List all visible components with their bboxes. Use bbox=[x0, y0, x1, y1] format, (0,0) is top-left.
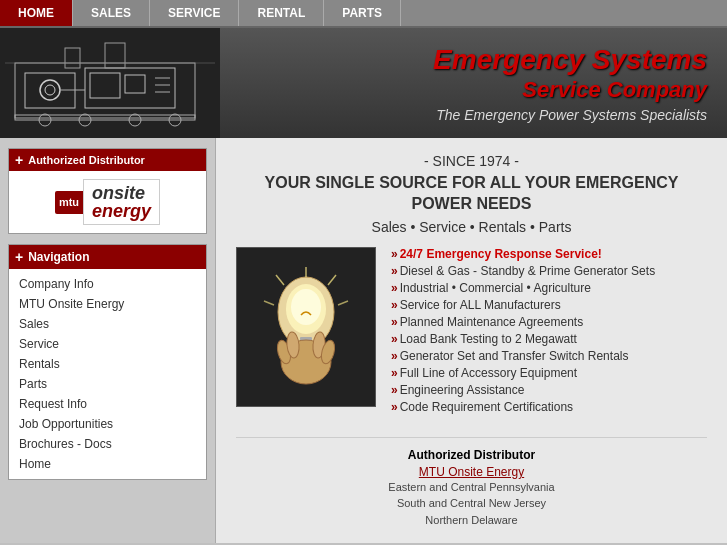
nav-link-home[interactable]: Home bbox=[19, 455, 196, 473]
feature-item: » Service for ALL Manufacturers bbox=[391, 298, 707, 312]
feature-item: » Load Bank Testing to 2 Megawatt bbox=[391, 332, 707, 346]
feature-text: Engineering Assistance bbox=[400, 383, 525, 397]
feature-text: Service for ALL Manufacturers bbox=[400, 298, 561, 312]
svg-rect-7 bbox=[125, 75, 145, 93]
svg-point-4 bbox=[45, 85, 55, 95]
feature-item: » 24/7 Emergency Response Service! bbox=[391, 247, 707, 261]
arrow-icon: » bbox=[391, 366, 398, 380]
arrow-icon: » bbox=[391, 349, 398, 363]
arrow-icon: » bbox=[391, 281, 398, 295]
feature-item: » Industrial • Commercial • Agriculture bbox=[391, 281, 707, 295]
sidebar: + Authorized Distributor mtu onsite ener… bbox=[0, 138, 215, 543]
mtu-logo[interactable]: mtu onsite energy bbox=[55, 179, 160, 225]
arrow-icon: » bbox=[391, 264, 398, 278]
banner-subtitle: The Emergency Power Systems Specialists bbox=[220, 107, 707, 123]
feature-text: Code Requirement Certifications bbox=[400, 400, 573, 414]
nav-links-container: Company InfoMTU Onsite EnergySalesServic… bbox=[9, 269, 206, 479]
nav-header-label: Navigation bbox=[28, 250, 89, 264]
svg-rect-0 bbox=[15, 63, 195, 118]
distributor-box-content: mtu onsite energy bbox=[9, 171, 206, 233]
feature-text: Load Bank Testing to 2 Megawatt bbox=[400, 332, 577, 346]
svg-rect-6 bbox=[90, 73, 120, 98]
nav-link-rentals[interactable]: Rentals bbox=[19, 355, 196, 373]
svg-rect-16 bbox=[65, 48, 80, 68]
feature-item: » Full Line of Accessory Equipment bbox=[391, 366, 707, 380]
top-navigation: HOMESALESSERVICERENTALPARTS bbox=[0, 0, 727, 28]
feature-text: Full Line of Accessory Equipment bbox=[400, 366, 577, 380]
feature-item: » Diesel & Gas - Standby & Prime Generat… bbox=[391, 264, 707, 278]
banner-heading-line1: Emergency Systems bbox=[220, 43, 707, 77]
since-text: - SINCE 1974 - bbox=[236, 153, 707, 169]
onsite-energy-text: onsite energy bbox=[83, 179, 160, 225]
footer-regions: Eastern and Central PennsylvaniaSouth an… bbox=[236, 479, 707, 529]
nav-tab-parts[interactable]: PARTS bbox=[324, 0, 401, 26]
banner-title: Emergency Systems Service Company The Em… bbox=[220, 43, 727, 123]
nav-tab-service[interactable]: SERVICE bbox=[150, 0, 239, 26]
svg-line-31 bbox=[328, 275, 336, 285]
feature-item: » Planned Maintenance Agreements bbox=[391, 315, 707, 329]
svg-line-30 bbox=[276, 275, 284, 285]
svg-line-33 bbox=[338, 301, 348, 305]
nav-tab-sales[interactable]: SALES bbox=[73, 0, 150, 26]
content-body: » 24/7 Emergency Response Service!» Dies… bbox=[236, 247, 707, 417]
footer-auth-title: Authorized Distributor bbox=[236, 448, 707, 462]
banner: Emergency Systems Service Company The Em… bbox=[0, 28, 727, 138]
arrow-icon: » bbox=[391, 298, 398, 312]
feature-item: » Generator Set and Transfer Switch Rent… bbox=[391, 349, 707, 363]
content-header: - SINCE 1974 - YOUR SINGLE SOURCE FOR AL… bbox=[236, 153, 707, 235]
nav-tab-home[interactable]: HOME bbox=[0, 0, 73, 26]
main-content: - SINCE 1974 - YOUR SINGLE SOURCE FOR AL… bbox=[215, 138, 727, 543]
svg-line-32 bbox=[264, 301, 274, 305]
banner-image bbox=[0, 28, 220, 138]
arrow-icon: » bbox=[391, 332, 398, 346]
feature-text: Generator Set and Transfer Switch Rental… bbox=[400, 349, 629, 363]
features-list: » 24/7 Emergency Response Service!» Dies… bbox=[391, 247, 707, 417]
navigation-box: + Navigation Company InfoMTU Onsite Ener… bbox=[8, 244, 207, 480]
authorized-footer: Authorized Distributor MTU Onsite Energy… bbox=[236, 437, 707, 529]
footer-mtu-link[interactable]: MTU Onsite Energy bbox=[419, 465, 524, 479]
nav-link-service[interactable]: Service bbox=[19, 335, 196, 353]
tagline-text: YOUR SINGLE SOURCE FOR ALL YOUR EMERGENC… bbox=[236, 173, 707, 215]
svg-point-3 bbox=[40, 80, 60, 100]
onsite-label: onsite bbox=[92, 183, 145, 203]
arrow-icon: » bbox=[391, 383, 398, 397]
nav-link-job-opportunities[interactable]: Job Opportunities bbox=[19, 415, 196, 433]
mtu-badge: mtu bbox=[55, 191, 83, 214]
main-layout: + Authorized Distributor mtu onsite ener… bbox=[0, 138, 727, 543]
feature-item: » Code Requirement Certifications bbox=[391, 400, 707, 414]
arrow-icon: » bbox=[391, 247, 398, 261]
distributor-header-label: Authorized Distributor bbox=[28, 154, 145, 166]
nav-link-brochures---docs[interactable]: Brochures - Docs bbox=[19, 435, 196, 453]
arrow-icon: » bbox=[391, 400, 398, 414]
svg-point-21 bbox=[291, 289, 321, 325]
nav-link-request-info[interactable]: Request Info bbox=[19, 395, 196, 413]
nav-link-sales[interactable]: Sales bbox=[19, 315, 196, 333]
feature-text: Planned Maintenance Agreements bbox=[400, 315, 583, 329]
banner-heading-line2: Service Company bbox=[220, 77, 707, 103]
svg-rect-2 bbox=[85, 68, 175, 108]
nav-plus-icon: + bbox=[15, 249, 23, 265]
distributor-box-header: + Authorized Distributor bbox=[9, 149, 206, 171]
feature-item: » Engineering Assistance bbox=[391, 383, 707, 397]
nav-tab-rental[interactable]: RENTAL bbox=[239, 0, 324, 26]
distributor-box: + Authorized Distributor mtu onsite ener… bbox=[8, 148, 207, 234]
arrow-icon: » bbox=[391, 315, 398, 329]
nav-link-company-info[interactable]: Company Info bbox=[19, 275, 196, 293]
energy-label: energy bbox=[92, 201, 151, 221]
plus-icon: + bbox=[15, 152, 23, 168]
feature-text: 24/7 Emergency Response Service! bbox=[400, 247, 602, 261]
lightbulb-image bbox=[236, 247, 376, 407]
feature-text: Industrial • Commercial • Agriculture bbox=[400, 281, 591, 295]
nav-link-mtu-onsite-energy[interactable]: MTU Onsite Energy bbox=[19, 295, 196, 313]
svg-rect-17 bbox=[105, 43, 125, 68]
nav-box-header: + Navigation bbox=[9, 245, 206, 269]
feature-text: Diesel & Gas - Standby & Prime Generator… bbox=[400, 264, 655, 278]
sub-text: Sales • Service • Rentals • Parts bbox=[236, 219, 707, 235]
nav-link-parts[interactable]: Parts bbox=[19, 375, 196, 393]
